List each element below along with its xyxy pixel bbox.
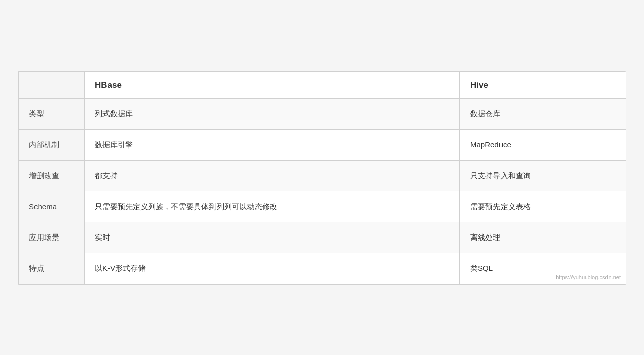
cell-hive: 只支持导入和查询 bbox=[460, 160, 627, 191]
cell-hbase: 以K-V形式存储 bbox=[85, 253, 460, 284]
table-row: 类型列式数据库数据仓库 bbox=[19, 98, 627, 129]
cell-hbase: 都支持 bbox=[85, 160, 460, 191]
cell-feature: 类型 bbox=[19, 98, 85, 129]
header-hive: Hive bbox=[460, 71, 627, 98]
header-hbase: HBase bbox=[85, 71, 460, 98]
cell-hive: 需要预先定义表格 bbox=[460, 191, 627, 222]
comparison-table-wrapper: HBase Hive 类型列式数据库数据仓库内部机制数据库引擎MapReduce… bbox=[18, 71, 626, 285]
cell-hbase: 数据库引擎 bbox=[85, 129, 460, 160]
cell-hbase: 只需要预先定义列族，不需要具体到列列可以动态修改 bbox=[85, 191, 460, 222]
table-row: Schema只需要预先定义列族，不需要具体到列列可以动态修改需要预先定义表格 bbox=[19, 191, 627, 222]
header-feature bbox=[19, 71, 85, 98]
comparison-table: HBase Hive 类型列式数据库数据仓库内部机制数据库引擎MapReduce… bbox=[18, 71, 626, 284]
cell-feature: 内部机制 bbox=[19, 129, 85, 160]
cell-feature: 增删改查 bbox=[19, 160, 85, 191]
cell-hive: MapReduce bbox=[460, 129, 627, 160]
table-row: 特点以K-V形式存储类SQL bbox=[19, 253, 627, 284]
cell-feature: Schema bbox=[19, 191, 85, 222]
cell-hbase: 实时 bbox=[85, 222, 460, 253]
table-header-row: HBase Hive bbox=[19, 71, 627, 98]
table-row: 增删改查都支持只支持导入和查询 bbox=[19, 160, 627, 191]
watermark: https://yuhui.blog.csdn.net bbox=[556, 274, 621, 280]
cell-feature: 应用场景 bbox=[19, 222, 85, 253]
table-row: 内部机制数据库引擎MapReduce bbox=[19, 129, 627, 160]
cell-hive: 数据仓库 bbox=[460, 98, 627, 129]
cell-hbase: 列式数据库 bbox=[85, 98, 460, 129]
cell-feature: 特点 bbox=[19, 253, 85, 284]
table-row: 应用场景实时离线处理 bbox=[19, 222, 627, 253]
cell-hive: 离线处理 bbox=[460, 222, 627, 253]
